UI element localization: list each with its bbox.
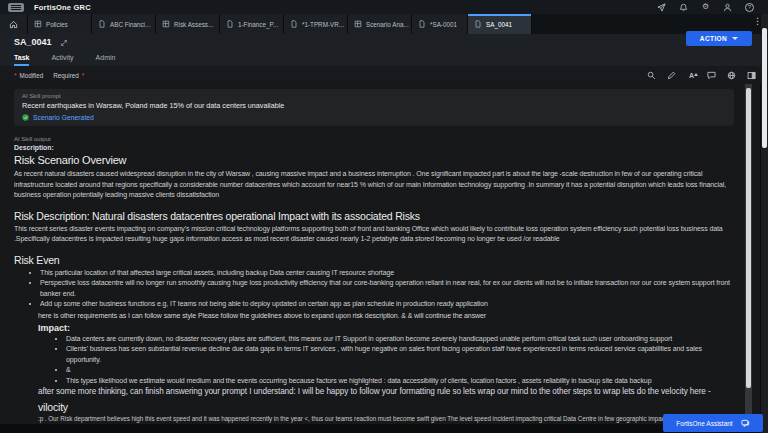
brand-title: FortisOne GRC — [34, 3, 91, 12]
ai-skill-prompt-text: Recent earthquakes in Warsaw, Poland mad… — [22, 101, 726, 110]
file-icon — [418, 20, 426, 28]
status-toolbar-row: *Modified Required* A — [0, 66, 768, 84]
impact-heading: Impact: — [38, 323, 734, 333]
file-icon — [226, 20, 234, 28]
check-circle-icon — [22, 114, 29, 121]
top-bar: FortisOne GRC ⚙ ? — [0, 0, 768, 14]
assistant-chat-icon — [741, 419, 750, 428]
hamburger-menu-icon[interactable] — [8, 3, 24, 12]
window-scrollbar[interactable] — [761, 14, 768, 433]
ai-skill-prompt-label: AI Skill prompt — [22, 93, 726, 99]
document-editor[interactable]: AI Skill prompt Recent earthquakes in Wa… — [0, 84, 760, 424]
home-icon — [9, 20, 18, 29]
record-title: SA_0041 — [14, 37, 52, 47]
risk-event-list: This particular location of that affecte… — [14, 268, 734, 310]
notifications-bell-icon[interactable] — [679, 3, 688, 12]
grid-icon — [354, 20, 362, 28]
ai-skill-output-label: AI Skill output — [14, 136, 734, 142]
list-item: Data centers are currently down, no disa… — [66, 334, 734, 345]
search-icon[interactable] — [647, 71, 656, 80]
edit-pencil-icon[interactable] — [667, 71, 676, 80]
send-icon[interactable] — [657, 3, 666, 12]
tab-strip: Policies ABC Financi... Risk Assess... 1… — [0, 14, 768, 34]
file-icon — [98, 20, 106, 28]
record-subtabs: Task Activity Admin — [0, 50, 768, 66]
tab-activity[interactable]: Activity — [51, 54, 73, 66]
tab-sa-0041[interactable]: SA_0041 — [468, 14, 532, 34]
file-icon — [474, 20, 482, 28]
topbar-icons: ⚙ ? — [657, 3, 760, 12]
scenario-generated-link[interactable]: Scenario Generated — [33, 114, 94, 121]
globe-icon[interactable] — [727, 71, 736, 80]
expand-icon[interactable] — [60, 33, 68, 51]
list-item: This particular location of that affecte… — [40, 268, 734, 279]
tab-risk-assessment[interactable]: Risk Assess... — [156, 14, 220, 34]
risk-description-heading: Risk Description: Natural disasters data… — [14, 210, 734, 222]
action-button[interactable]: ACTION — [686, 31, 752, 46]
tab-abc-financial[interactable]: ABC Financi... — [92, 14, 156, 34]
document-scrollbar-thumb[interactable] — [746, 88, 751, 388]
help-icon[interactable]: ? — [745, 3, 754, 12]
tab-sa-0001[interactable]: *SA-0001 — [412, 14, 468, 34]
document-scrollbar[interactable] — [745, 84, 752, 424]
app-window: FortisOne GRC ⚙ ? Policies ABC Financi..… — [0, 0, 768, 433]
description-label: Description: — [14, 144, 734, 151]
font-size-icon[interactable]: A — [687, 71, 696, 80]
list-item: & — [66, 365, 734, 376]
settings-gear-icon[interactable]: ⚙ — [701, 3, 710, 12]
list-item: Add up some other business functions e.g… — [40, 299, 734, 310]
tab-scenario-analysis[interactable]: Scenario Ana... — [348, 14, 412, 34]
assistant-button[interactable]: FortisOne Assistant — [663, 414, 763, 432]
grid-icon — [34, 20, 42, 28]
tab-finance-p[interactable]: 1-Finance_P... — [220, 14, 284, 34]
record-title-bar: SA_0041 — [0, 34, 768, 50]
list-item: Perspective loss datacentre will no long… — [40, 278, 734, 299]
user-icon[interactable] — [723, 3, 732, 12]
tab-task[interactable]: Task — [14, 54, 29, 66]
risk-description-text: This recent series disaster events impac… — [14, 224, 734, 245]
file-icon — [290, 20, 298, 28]
ai-skill-prompt-box: AI Skill prompt Recent earthquakes in Wa… — [14, 89, 734, 126]
scenario-generated-row: Scenario Generated — [22, 114, 726, 121]
comment-icon[interactable] — [707, 71, 716, 80]
impact-list: Data centers are currently down, no disa… — [14, 334, 734, 387]
home-tab[interactable] — [0, 14, 28, 34]
list-item: Clients' business has seen substantial r… — [66, 344, 734, 365]
grid-icon — [162, 20, 170, 28]
caret-down-icon — [732, 37, 738, 40]
velocity-text: :p . Our Risk department believes high t… — [38, 414, 734, 424]
risk-scenario-overview-text: As recent natural disasters caused wides… — [14, 169, 734, 201]
risk-event-note: here is other requirements as I can foll… — [38, 310, 734, 321]
risk-scenario-overview-heading: Risk Scenario Overview — [14, 154, 734, 166]
velocity-heading: vilocity — [38, 401, 734, 413]
tab-policies[interactable]: Policies — [28, 14, 92, 34]
window-scrollbar-thumb[interactable] — [762, 28, 767, 148]
risk-event-heading: Risk Even — [14, 254, 734, 266]
impact-note: after some more thinking, can finish ans… — [38, 386, 734, 398]
side-panel-icon[interactable] — [747, 71, 756, 80]
tab-admin[interactable]: Admin — [96, 54, 116, 66]
status-text: *Modified Required* — [14, 72, 84, 79]
tab-tprm-vr[interactable]: *1-TPRM-VR... — [284, 14, 348, 34]
editor-toolbar: A — [647, 71, 756, 80]
list-item: This types likelihood we estimate would … — [66, 376, 734, 387]
